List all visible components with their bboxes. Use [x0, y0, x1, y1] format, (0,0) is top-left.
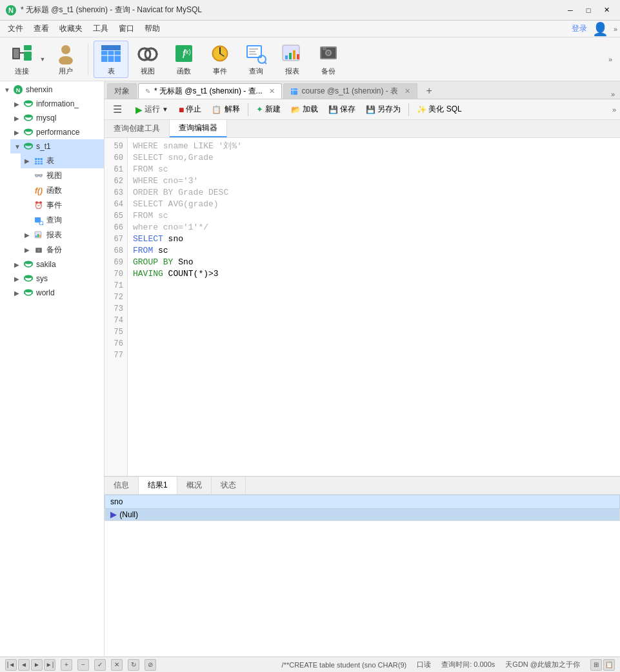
- sidebar-item-func[interactable]: f() 函数: [21, 183, 104, 198]
- result-tab-status[interactable]: 状态: [212, 477, 246, 494]
- load-button[interactable]: 📂 加载: [287, 102, 322, 117]
- view-toggle: ⊞ 📋: [590, 659, 615, 671]
- sidebar-db-s_t1[interactable]: ▼ s_t1: [10, 139, 104, 153]
- query-toolbar-more[interactable]: »: [612, 105, 616, 114]
- minimize-button[interactable]: ─: [562, 4, 579, 17]
- sidebar-item-event[interactable]: ⏰ 事件: [21, 198, 104, 213]
- filter-button[interactable]: ⊘: [145, 659, 156, 671]
- sidebar-db-world[interactable]: ▶ world: [10, 286, 104, 300]
- sidebar-connection-section: ▼ N shenxin ▶: [0, 81, 104, 301]
- code-editor: 59 60 61 62 63 64 65 66 67 68 69 70 71 7…: [105, 138, 620, 476]
- backup-button[interactable]: 备份: [312, 41, 345, 78]
- load-icon: 📂: [291, 105, 301, 114]
- hamburger-button[interactable]: ☰: [108, 101, 126, 119]
- user-button[interactable]: 用户: [49, 41, 83, 78]
- maximize-button[interactable]: □: [580, 4, 597, 17]
- function-button[interactable]: f (x) 函数: [167, 41, 201, 78]
- editor-tab-builder[interactable]: 查询创建工具: [105, 120, 170, 137]
- cancel-edit-button[interactable]: ✕: [111, 659, 123, 671]
- code-line-77: [133, 350, 615, 361]
- refresh-button[interactable]: ↻: [128, 659, 139, 671]
- menu-window[interactable]: 窗口: [114, 22, 139, 35]
- query-child-label: 查询: [46, 215, 62, 226]
- tab-objects[interactable]: 对象: [107, 83, 137, 99]
- tab-add-button[interactable]: +: [421, 83, 437, 99]
- window-controls: ─ □ ✕: [562, 4, 615, 17]
- sidebar-db-information[interactable]: ▶ information_: [10, 97, 104, 111]
- sidebar-db-sys[interactable]: ▶ sys: [10, 272, 104, 286]
- run-button[interactable]: ▶ 运行 ▼: [132, 102, 172, 117]
- table-button[interactable]: 表: [94, 41, 128, 78]
- delete-row-button[interactable]: −: [77, 659, 89, 671]
- line-numbers: 59 60 61 62 63 64 65 66 67 68 69 70 71 7…: [105, 138, 128, 476]
- add-row-button[interactable]: +: [61, 659, 72, 671]
- close-button[interactable]: ✕: [598, 4, 615, 17]
- sidebar-connection-shenxin[interactable]: ▼ N shenxin: [0, 83, 104, 97]
- query-button[interactable]: 查询: [239, 41, 273, 78]
- tab-query[interactable]: ✎ * 无标题 @s_t1 (shenxin) - 查... ✕: [138, 83, 282, 99]
- stop-button[interactable]: ■ 停止: [175, 102, 205, 117]
- nav-next-button[interactable]: ►: [31, 659, 43, 671]
- save-button[interactable]: 💾 保存: [325, 102, 359, 117]
- code-line-64: SELECT AVG(grade): [133, 199, 615, 210]
- save-label: 保存: [340, 104, 355, 115]
- nav-first-button[interactable]: |◄: [5, 659, 17, 671]
- login-link[interactable]: 登录: [572, 23, 587, 34]
- tab-course-close[interactable]: ✕: [405, 87, 410, 95]
- svg-point-75: [38, 250, 39, 251]
- menu-help[interactable]: 帮助: [139, 22, 165, 35]
- result-area: 信息 结果1 概况 状态 sno: [105, 476, 620, 657]
- saveas-button[interactable]: 💾 另存为: [362, 102, 405, 117]
- tab-scroll-right[interactable]: »: [608, 90, 617, 99]
- svg-point-57: [25, 143, 32, 146]
- more-arrow[interactable]: »: [614, 25, 617, 33]
- sidebar-item-report[interactable]: ▶ 报表: [21, 228, 104, 242]
- tab-course[interactable]: course @s_t1 (shenxin) - 表 ✕: [283, 83, 418, 99]
- result-tab-profile[interactable]: 概况: [177, 477, 212, 494]
- beautify-button[interactable]: ✨ 美化 SQL: [413, 102, 465, 117]
- sidebar-item-view[interactable]: 👓 视图: [21, 168, 104, 183]
- sidebar-item-query[interactable]: 查询: [21, 213, 104, 228]
- menu-tools[interactable]: 工具: [88, 22, 114, 35]
- stop-icon: ■: [179, 104, 184, 115]
- menu-view[interactable]: 查看: [28, 22, 54, 35]
- tab-query-close[interactable]: ✕: [269, 87, 275, 95]
- nav-prev-button[interactable]: ◄: [18, 659, 30, 671]
- tab-course-label: course @s_t1 (shenxin) - 表: [302, 86, 399, 97]
- view-button[interactable]: 视图: [131, 41, 165, 78]
- status-connection: 天GDN @此镀加之于你: [505, 660, 580, 669]
- form-view-button[interactable]: 📋: [603, 659, 615, 671]
- confirm-button[interactable]: ✓: [94, 659, 106, 671]
- report-button[interactable]: 报表: [275, 41, 309, 78]
- query-icon: [245, 42, 268, 65]
- code-content[interactable]: WHERE sname LIKE '刘%' SELECT sno,Grade F…: [128, 138, 620, 476]
- grid-view-button[interactable]: ⊞: [590, 659, 602, 671]
- run-dropdown-arrow[interactable]: ▼: [162, 106, 168, 113]
- editor-tab-editor[interactable]: 查询编辑器: [170, 120, 227, 137]
- svg-rect-3: [14, 49, 19, 58]
- explain-button[interactable]: 📋 解释: [208, 102, 244, 117]
- connect-dropdown-arrow[interactable]: ▼: [39, 41, 46, 78]
- sidebar-db-mysql[interactable]: ▶ mysql: [10, 111, 104, 125]
- code-line-66: where cno='1'*/: [133, 222, 615, 233]
- code-line-59: WHERE sname LIKE '刘%': [133, 141, 615, 152]
- result-tab-status-label: 状态: [221, 480, 236, 491]
- code-line-67: SELECT sno: [133, 233, 615, 245]
- new-button[interactable]: ✦ 新建: [252, 102, 285, 117]
- result-tab-result1[interactable]: 结果1: [139, 477, 177, 494]
- sidebar-item-backup[interactable]: ▶ 备份: [21, 242, 104, 257]
- table-row[interactable]: ▶ (Null): [105, 509, 620, 521]
- menu-favorites[interactable]: 收藏夹: [54, 22, 88, 35]
- menu-file[interactable]: 文件: [3, 22, 28, 35]
- toolbar-more-arrow[interactable]: »: [606, 53, 615, 66]
- beautify-icon: ✨: [417, 105, 426, 114]
- nav-last-button[interactable]: ►|: [44, 659, 55, 671]
- sidebar-db-performance[interactable]: ▶ performance: [10, 125, 104, 139]
- event-button[interactable]: 事件: [203, 41, 237, 78]
- saveas-label: 另存为: [377, 104, 401, 115]
- connect-button[interactable]: 连接: [5, 41, 39, 78]
- result-tab-info[interactable]: 信息: [105, 477, 139, 494]
- event-icon: [208, 42, 232, 65]
- sidebar-db-sakila[interactable]: ▶ sakila: [10, 257, 104, 272]
- sidebar-item-table[interactable]: ▶ 表: [21, 153, 104, 168]
